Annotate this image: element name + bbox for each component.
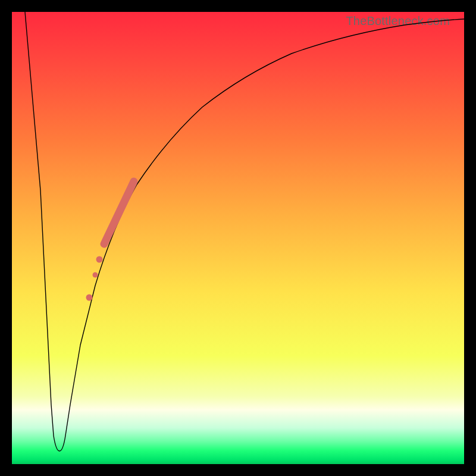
marker-dot-2: [93, 273, 98, 278]
marker-dot-1: [96, 256, 103, 263]
chart-stage: TheBottleneck.com: [0, 0, 476, 476]
plot-area: TheBottleneck.com: [12, 12, 464, 464]
marker-segment: [104, 181, 134, 244]
marker-dot-3: [86, 295, 93, 301]
bottleneck-curve: [25, 12, 464, 451]
curve-svg: [12, 12, 464, 464]
